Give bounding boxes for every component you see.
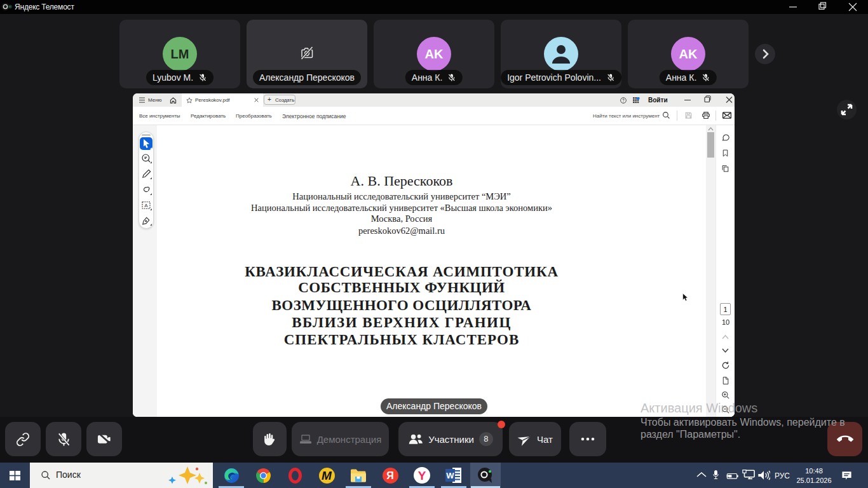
svg-text:W: W xyxy=(446,471,454,480)
svg-text:Y: Y xyxy=(418,469,426,482)
